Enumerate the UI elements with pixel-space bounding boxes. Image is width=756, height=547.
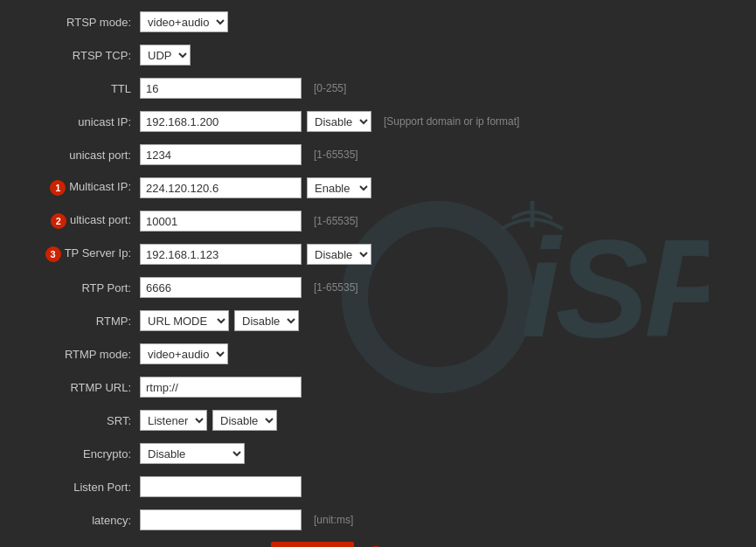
listen-port-controls: [140, 476, 302, 497]
multicast-port-row: 2ulticast port: [1-65535]: [17, 208, 739, 234]
latency-row: latency: [unit:ms]: [17, 507, 739, 533]
unicast-port-label: unicast port:: [17, 149, 140, 162]
latency-hint: [unit:ms]: [314, 514, 353, 526]
multicast-ip-input[interactable]: [140, 177, 302, 198]
multicast-port-controls: [1-65535]: [140, 211, 358, 232]
listen-port-label: Listen Port:: [17, 481, 140, 494]
rtsp-mode-row: RTSP mode: video+audio video only audio …: [17, 9, 739, 35]
srt-controls: Listener Caller Disable Enable: [140, 410, 277, 431]
rtmp-label: RTMP:: [17, 315, 140, 328]
unicast-port-input[interactable]: [140, 144, 302, 165]
rtp-port-label: RTP Port:: [17, 281, 140, 294]
ttl-hint: [0-255]: [314, 82, 346, 94]
encrypto-row: Encrypto: Disable AES-128 AES-256: [17, 440, 739, 467]
unicast-port-row: unicast port: [1-65535]: [17, 142, 739, 168]
rtsp-tcp-controls: UDP TCP: [140, 45, 191, 66]
multicast-port-hint: [1-65535]: [314, 215, 358, 227]
rtp-server-input[interactable]: [140, 244, 302, 265]
rtmp-url-controls: [140, 377, 302, 398]
rtp-port-input[interactable]: [140, 277, 302, 298]
multicast-ip-label: 1Multicast IP:: [17, 180, 140, 196]
rtmp-mode-label: RTMP mode:: [17, 348, 140, 361]
rtp-server-select[interactable]: Disable Enable: [307, 244, 371, 265]
srt-label: SRT:: [17, 414, 140, 427]
srt-select2[interactable]: Disable Enable: [212, 410, 277, 431]
rtmp-mode-select[interactable]: video+audio video only audio only: [140, 343, 228, 364]
rtsp-mode-controls: video+audio video only audio only: [140, 11, 228, 32]
unicast-ip-select[interactable]: Disable Enable: [307, 111, 371, 132]
unicast-ip-input[interactable]: [140, 111, 302, 132]
unicast-ip-row: unicast IP: Disable Enable [Support doma…: [17, 108, 739, 135]
rtsp-tcp-select[interactable]: UDP TCP: [140, 45, 191, 66]
rtp-port-controls: [1-65535]: [140, 277, 358, 298]
listen-port-input[interactable]: [140, 476, 302, 497]
rtp-port-hint: [1-65535]: [314, 281, 358, 294]
multicast-port-input[interactable]: [140, 211, 302, 232]
multicast-port-badge: 2: [51, 213, 66, 229]
listen-port-row: Listen Port:: [17, 474, 739, 500]
rtmp-url-label: RTMP URL:: [17, 381, 140, 394]
unicast-port-controls: [1-65535]: [140, 144, 358, 165]
encrypto-label: Encrypto:: [17, 447, 140, 460]
unicast-port-hint: [1-65535]: [314, 149, 358, 161]
latency-input[interactable]: [140, 509, 302, 530]
rtmp-row: RTMP: URL MODE Stream KEY Disable Enable: [17, 308, 739, 334]
unicast-ip-controls: Disable Enable [Support domain or ip for…: [140, 111, 519, 132]
rtp-server-row: 3TP Server Ip: Disable Enable: [17, 241, 739, 267]
rtsp-tcp-row: RTSP TCP: UDP TCP: [17, 42, 739, 68]
ttl-controls: [0-255]: [140, 78, 346, 99]
srt-select1[interactable]: Listener Caller: [140, 410, 207, 431]
apply-button[interactable]: Apply: [271, 542, 354, 547]
rtp-server-label: 3TP Server Ip:: [17, 246, 140, 262]
latency-label: latency:: [17, 514, 140, 527]
rtmp-mode-row: RTMP mode: video+audio video only audio …: [17, 341, 739, 367]
unicast-ip-hint: [Support domain or ip format]: [384, 115, 519, 128]
rtmp-url-row: RTMP URL:: [17, 374, 739, 400]
rtmp-select1[interactable]: URL MODE Stream KEY: [140, 310, 229, 331]
rtsp-mode-select[interactable]: video+audio video only audio only: [140, 11, 228, 32]
rtsp-mode-label: RTSP mode:: [17, 16, 140, 29]
rtp-port-row: RTP Port: [1-65535]: [17, 274, 739, 301]
multicast-ip-row: 1Multicast IP: Enable Disable: [17, 175, 739, 201]
multicast-port-label: 2ulticast port:: [17, 213, 140, 229]
encrypto-controls: Disable AES-128 AES-256: [140, 443, 245, 464]
apply-controls: Apply 4: [140, 542, 389, 547]
form-container: RTSP mode: video+audio video only audio …: [0, 0, 756, 547]
latency-controls: [unit:ms]: [140, 509, 353, 530]
encrypto-select[interactable]: Disable AES-128 AES-256: [140, 443, 245, 464]
multicast-ip-badge: 1: [50, 180, 66, 196]
rtp-server-controls: Disable Enable: [140, 244, 371, 265]
apply-row: Apply 4: [17, 542, 739, 547]
rtp-server-badge: 3: [45, 246, 61, 262]
srt-row: SRT: Listener Caller Disable Enable: [17, 407, 739, 433]
multicast-ip-select[interactable]: Enable Disable: [307, 177, 371, 198]
rtmp-controls: URL MODE Stream KEY Disable Enable: [140, 310, 299, 331]
unicast-ip-label: unicast IP:: [17, 115, 140, 128]
rtmp-mode-controls: video+audio video only audio only: [140, 343, 228, 364]
ttl-row: TTL [0-255]: [17, 75, 739, 101]
rtmp-select2[interactable]: Disable Enable: [234, 310, 299, 331]
rtmp-url-input[interactable]: [140, 377, 302, 398]
ttl-label: TTL: [17, 82, 140, 95]
multicast-ip-controls: Enable Disable: [140, 177, 371, 198]
rtsp-tcp-label: RTSP TCP:: [17, 49, 140, 62]
ttl-input[interactable]: [140, 78, 302, 99]
